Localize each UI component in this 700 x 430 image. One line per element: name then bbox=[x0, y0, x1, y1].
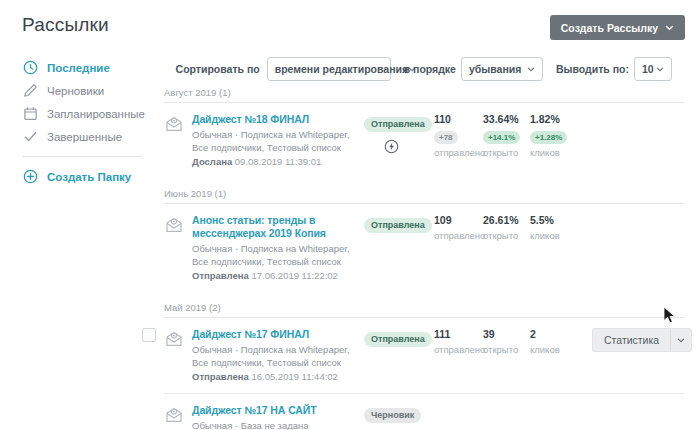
pencil-icon bbox=[22, 83, 38, 99]
create-folder-label: Создать Папку bbox=[47, 171, 131, 183]
stat-opened-value: 26.61% bbox=[483, 214, 530, 227]
sidebar-item-recent[interactable]: Последние bbox=[22, 60, 154, 75]
create-mailing-button[interactable]: Создать Рассылку bbox=[550, 15, 685, 40]
envelope-icon bbox=[164, 404, 192, 429]
envelope-icon bbox=[164, 328, 192, 353]
stat-sent-value: 109 bbox=[434, 214, 483, 227]
sidebar-item-scheduled[interactable]: Запланированные bbox=[22, 106, 154, 121]
sidebar-divider bbox=[22, 156, 142, 157]
mailing-row: Дайджест №18 ФИНАЛ Обычная · Подписка на… bbox=[164, 103, 684, 168]
sidebar-item-label: Черновики bbox=[47, 85, 104, 97]
date-prefix: Отправлена bbox=[192, 270, 249, 281]
statistics-button-label: Статистика bbox=[593, 329, 670, 351]
row-checkbox[interactable] bbox=[142, 328, 156, 342]
status-badge: Отправлена bbox=[364, 218, 432, 233]
status-badge: Отправлена bbox=[364, 332, 432, 347]
sidebar-item-drafts[interactable]: Черновики bbox=[22, 83, 154, 98]
mailings-list: Сортировать по времени редактирования в … bbox=[164, 55, 684, 430]
stat-sent-value: 110 bbox=[434, 113, 483, 126]
sort-by-value: времени редактирования bbox=[275, 63, 408, 75]
stat-clicks-label: кликов bbox=[530, 230, 592, 241]
mailing-title-link[interactable]: Дайджест №17 ФИНАЛ bbox=[192, 328, 356, 341]
sort-by-label: Сортировать по bbox=[176, 63, 260, 75]
stat-clicks-value: 5.5% bbox=[530, 214, 592, 227]
stat-clicks-value: 2 bbox=[530, 328, 592, 341]
mailing-subtitle: Обычная · Подписка на Whitepaper, Все по… bbox=[192, 243, 356, 268]
resend-lightning-icon bbox=[384, 139, 434, 158]
date-prefix: Дослана bbox=[192, 156, 232, 167]
statistics-button[interactable]: Статистика bbox=[592, 328, 692, 352]
mailing-row: Анонс статьи: тренды в мессенджерах 2019… bbox=[164, 204, 684, 282]
date-value: 09.08.2019 11:39:01 bbox=[235, 156, 321, 167]
mailing-subtitle: Обычная · База не задана bbox=[192, 420, 356, 430]
clock-icon bbox=[22, 60, 38, 76]
sort-toolbar: Сортировать по времени редактирования в … bbox=[164, 57, 684, 81]
mailing-title-link[interactable]: Дайджест №17 НА САЙТ bbox=[192, 404, 356, 417]
stat-sent-label: отправлено bbox=[434, 230, 483, 241]
plus-circle-icon bbox=[22, 169, 38, 185]
sidebar-item-label: Последние bbox=[47, 62, 110, 74]
mailing-title-link[interactable]: Анонс статьи: тренды в мессенджерах 2019… bbox=[192, 214, 356, 240]
stat-sent-label: отправлено bbox=[434, 344, 483, 355]
mailing-row: Дайджест №17 НА САЙТ Обычная · База не з… bbox=[164, 394, 684, 430]
calendar-icon bbox=[22, 106, 38, 122]
stat-opened-label: открыто bbox=[483, 147, 530, 158]
stat-sent-value: 111 bbox=[434, 328, 483, 341]
group-header-may: Май 2019 (2) bbox=[164, 302, 684, 318]
status-badge: Черновик bbox=[364, 408, 421, 423]
stat-opened-value: 39 bbox=[483, 328, 530, 341]
stat-clicks-label: кликов bbox=[530, 147, 592, 158]
stat-opened-value: 33.64% bbox=[483, 113, 530, 126]
stat-clicks-value: 1.82% bbox=[530, 113, 592, 126]
sidebar: Последние Черновики Запланированные Заве… bbox=[22, 60, 154, 192]
status-badge: Отправлена bbox=[364, 117, 432, 132]
stat-sent-delta: +78 bbox=[434, 131, 458, 144]
date-prefix: Отправлена bbox=[192, 371, 249, 382]
stat-sent-label: отправлено bbox=[434, 147, 483, 158]
statistics-dropdown-toggle[interactable] bbox=[670, 329, 691, 351]
create-mailing-label: Создать Рассылку bbox=[561, 22, 658, 34]
per-page-label: Выводить по: bbox=[556, 63, 629, 75]
sidebar-item-completed[interactable]: Завершенные bbox=[22, 129, 154, 144]
date-value: 16.05.2019 11:44:02 bbox=[251, 371, 337, 382]
stat-opened-label: открыто bbox=[483, 230, 530, 241]
order-value: убывания bbox=[469, 63, 521, 75]
envelope-icon bbox=[164, 113, 192, 138]
stat-opened-delta: +14.1% bbox=[483, 131, 520, 144]
chevron-down-icon bbox=[665, 25, 674, 31]
chevron-down-icon bbox=[656, 67, 664, 72]
create-folder-button[interactable]: Создать Папку bbox=[22, 169, 154, 184]
per-page-select[interactable]: 10 bbox=[634, 57, 672, 81]
group-header-june: Июнь 2019 (1) bbox=[164, 188, 684, 204]
chevron-down-icon bbox=[677, 338, 685, 343]
mailing-subtitle: Обычная · Подписка на Whitepaper, Все по… bbox=[192, 129, 356, 154]
sort-by-select[interactable]: времени редактирования bbox=[267, 57, 391, 81]
mailing-row: Дайджест №17 ФИНАЛ Обычная · Подписка на… bbox=[164, 318, 684, 394]
page-title: Рассылки bbox=[22, 14, 109, 36]
group-header-august: Август 2019 (1) bbox=[164, 87, 684, 103]
envelope-icon bbox=[164, 214, 192, 239]
mailing-subtitle: Обычная · Подписка на Whitepaper, Все по… bbox=[192, 344, 356, 369]
sidebar-item-label: Завершенные bbox=[47, 131, 122, 143]
stat-opened-label: открыто bbox=[483, 344, 530, 355]
date-value: 17.06.2019 11:22:02 bbox=[251, 270, 337, 281]
chevron-down-icon bbox=[527, 67, 535, 72]
mailing-title-link[interactable]: Дайджест №18 ФИНАЛ bbox=[192, 113, 356, 126]
stat-clicks-delta: +1.28% bbox=[530, 131, 567, 144]
stat-clicks-label: кликов bbox=[530, 344, 592, 355]
sidebar-item-label: Запланированные bbox=[47, 108, 145, 120]
check-icon bbox=[22, 129, 38, 145]
order-select[interactable]: убывания bbox=[461, 57, 543, 81]
per-page-value: 10 bbox=[642, 63, 654, 75]
order-label: в порядке bbox=[404, 63, 456, 75]
